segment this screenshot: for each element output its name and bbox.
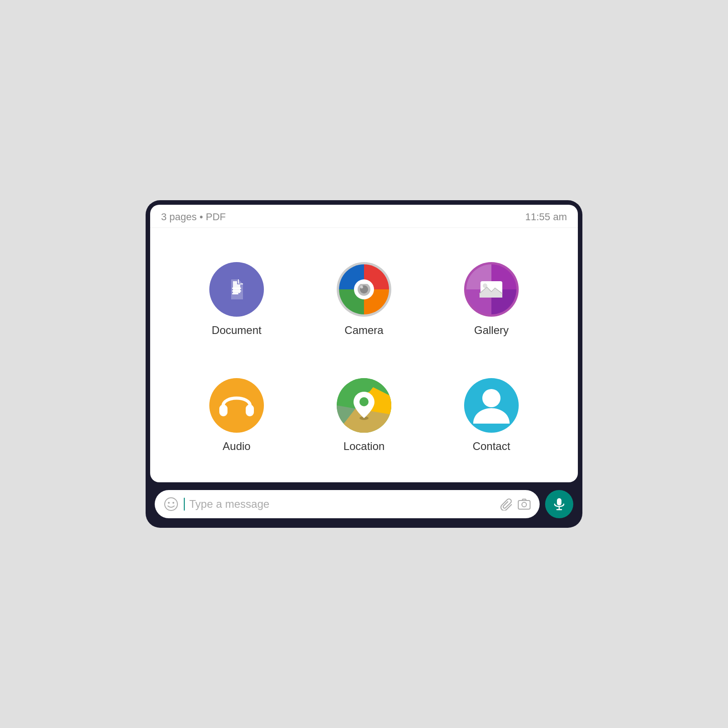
time-label: 11:55 am bbox=[525, 211, 567, 223]
mic-button[interactable] bbox=[545, 490, 573, 518]
svg-point-14 bbox=[359, 397, 369, 406]
location-icon-circle bbox=[337, 378, 391, 433]
svg-rect-7 bbox=[359, 281, 369, 284]
svg-rect-21 bbox=[557, 498, 561, 506]
svg-point-18 bbox=[172, 502, 174, 504]
attachment-item-contact[interactable]: Contact bbox=[464, 378, 519, 453]
svg-point-17 bbox=[168, 502, 170, 504]
svg-rect-11 bbox=[246, 404, 254, 416]
contact-icon bbox=[464, 378, 519, 433]
contact-icon-circle bbox=[464, 378, 519, 433]
attachment-item-audio[interactable]: Audio bbox=[209, 378, 264, 453]
emoji-icon bbox=[164, 497, 178, 511]
audio-label: Audio bbox=[222, 440, 250, 453]
camera-icon-circle bbox=[337, 262, 391, 317]
contact-label: Contact bbox=[473, 440, 511, 453]
phone-frame: 3 pages • PDF 11:55 am bbox=[146, 200, 582, 528]
document-label: Document bbox=[212, 324, 261, 337]
message-input[interactable] bbox=[184, 498, 494, 511]
camera-msg-button[interactable] bbox=[518, 498, 531, 511]
attachment-item-gallery[interactable]: Gallery bbox=[464, 262, 519, 337]
chat-top-bar: 3 pages • PDF 11:55 am bbox=[150, 205, 578, 228]
file-info-label: 3 pages • PDF bbox=[161, 211, 226, 223]
microphone-icon bbox=[552, 497, 566, 511]
document-icon bbox=[223, 276, 250, 303]
gallery-icon bbox=[464, 262, 519, 317]
attachment-item-camera[interactable]: Camera bbox=[337, 262, 391, 337]
svg-point-15 bbox=[482, 389, 500, 407]
gallery-label: Gallery bbox=[474, 324, 509, 337]
svg-point-6 bbox=[360, 286, 363, 288]
document-icon-circle bbox=[209, 262, 264, 317]
location-icon bbox=[337, 378, 391, 433]
attachment-item-location[interactable]: Location bbox=[337, 378, 391, 453]
svg-point-16 bbox=[165, 498, 177, 511]
camera-icon bbox=[337, 262, 391, 317]
svg-point-20 bbox=[522, 502, 526, 507]
svg-rect-2 bbox=[232, 293, 238, 294]
attachment-grid: Document bbox=[150, 228, 578, 482]
location-label: Location bbox=[344, 440, 385, 453]
audio-icon bbox=[209, 378, 264, 433]
attach-button[interactable] bbox=[500, 498, 512, 511]
message-input-container bbox=[155, 490, 540, 518]
camera-msg-icon bbox=[518, 498, 531, 511]
camera-label: Camera bbox=[344, 324, 383, 337]
emoji-button[interactable] bbox=[164, 497, 178, 511]
paperclip-icon bbox=[500, 498, 512, 511]
chat-area: 3 pages • PDF 11:55 am bbox=[150, 205, 578, 482]
svg-rect-19 bbox=[518, 500, 530, 509]
gallery-icon-circle bbox=[464, 262, 519, 317]
attachment-item-document[interactable]: Document bbox=[209, 262, 264, 337]
svg-rect-10 bbox=[219, 404, 228, 416]
input-bar bbox=[150, 486, 578, 522]
audio-icon-circle bbox=[209, 378, 264, 433]
